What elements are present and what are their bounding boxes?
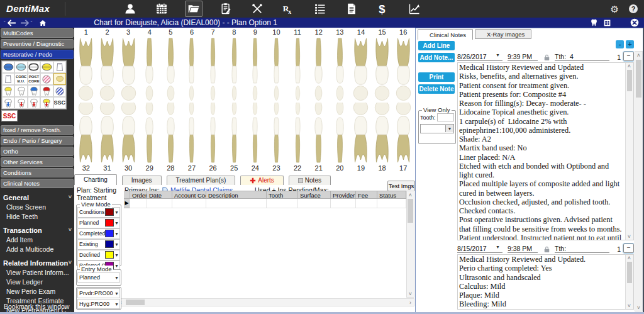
scroll-up-icon[interactable]: ˄ — [626, 255, 633, 261]
note-scrollbar[interactable]: ˄˅ — [625, 255, 633, 309]
category-conditions[interactable]: Conditions — [1, 168, 74, 177]
tooth-11[interactable]: 11 — [287, 28, 308, 102]
tooth-20[interactable]: 20 — [330, 103, 351, 172]
palette-tooth-white-icon[interactable] — [14, 85, 27, 97]
note-date-select[interactable]: 8/15/2017▼ — [457, 245, 502, 253]
palette-tooth-arrow-blue-icon[interactable] — [2, 97, 14, 109]
empty-cell[interactable] — [130, 199, 147, 208]
collapse-note-button[interactable]: – — [623, 52, 634, 61]
documents-icon[interactable] — [343, 1, 360, 16]
tooth-8[interactable]: 8 — [223, 28, 245, 102]
view-mode-declined[interactable]: Declined▼ — [77, 250, 120, 261]
sidebar-item-hide-teeth[interactable]: Hide Teeth — [0, 211, 74, 221]
view-mode-existing[interactable]: Existing▼ — [77, 239, 120, 250]
tooth-25[interactable]: 25 — [223, 103, 245, 172]
font-larger-button[interactable]: + — [626, 40, 634, 48]
tooth-1[interactable]: 1 — [75, 28, 97, 102]
note-text[interactable]: Medical History Reviewed and Updated Ris… — [458, 63, 633, 240]
sidebar-item-view-patient-inform[interactable]: View Patient Inform... — [0, 267, 74, 277]
hygienist-select[interactable]: Hyg:PRO00▼ — [77, 299, 120, 309]
tooth-chart-icon[interactable] — [591, 18, 599, 27]
palette-ssc-small[interactable]: SSC — [53, 97, 66, 109]
palette-inlay-yellow-icon[interactable] — [53, 73, 66, 85]
tooth-15[interactable]: 15 — [372, 28, 393, 102]
view-only-tooth-select[interactable]: ▼ — [420, 124, 454, 133]
scroll-down-icon[interactable]: ˅ — [635, 304, 642, 311]
column-header-date[interactable]: Date — [147, 191, 172, 199]
note-time-field[interactable]: 9:39 PM — [508, 53, 538, 61]
bookmark-window-link[interactable]: Bookmark this window — [0, 303, 78, 310]
empty-cell[interactable] — [377, 199, 406, 208]
scroll-down-icon[interactable]: ˅ — [407, 290, 414, 297]
xray-film-icon[interactable] — [603, 19, 611, 27]
collapse-note-button[interactable]: – — [623, 244, 634, 253]
empty-cell[interactable] — [172, 199, 206, 208]
category-other-services[interactable]: Other Services — [1, 157, 74, 167]
tooth-6[interactable]: 6 — [181, 28, 203, 102]
statements-icon[interactable] — [312, 1, 328, 16]
tab-charting[interactable]: Charting — [74, 174, 117, 185]
category-ortho[interactable]: Ortho — [1, 147, 74, 156]
tab-x-ray-images[interactable]: X-Ray Images — [475, 29, 531, 39]
tab-notes[interactable]: Notes — [289, 176, 331, 185]
palette-crown-lightblue-icon[interactable] — [14, 61, 27, 73]
empty-cell[interactable] — [206, 199, 267, 208]
tooth-27[interactable]: 27 — [181, 103, 203, 172]
category-fixed-remove-prosth[interactable]: fixed / remove Prosth. — [1, 125, 74, 135]
sidebar-item-add-item[interactable]: Add Item — [0, 235, 74, 244]
add-line-button[interactable]: Add Line — [418, 41, 455, 50]
forward-history-chevron-icon[interactable]: ˘ — [31, 20, 33, 26]
tooth-16[interactable]: 16 — [392, 28, 414, 102]
column-header-description[interactable]: Description — [206, 191, 267, 199]
entry-mode-select[interactable]: Planned▼ — [77, 272, 120, 283]
ssc-button[interactable]: SSC — [1, 110, 18, 121]
category-preventive-diagnostic[interactable]: Preventive / Diagnostic — [1, 39, 74, 48]
tooth-7[interactable]: 7 — [203, 28, 224, 102]
tooth-28[interactable]: 28 — [160, 103, 182, 172]
scroll-right-icon[interactable]: › — [407, 299, 414, 306]
palette-tooth-yellow-icon[interactable] — [2, 85, 14, 97]
palette-tooth-arrow-red-2-icon[interactable] — [28, 97, 40, 109]
empty-cell[interactable] — [331, 199, 356, 208]
tooth-14[interactable]: 14 — [350, 28, 372, 102]
scroll-down-icon[interactable]: ˅ — [626, 233, 633, 240]
palette-core-buildup[interactable]: CORE B.U. — [14, 73, 27, 85]
tooth-10[interactable]: 10 — [266, 28, 287, 102]
empty-cell[interactable] — [298, 199, 331, 208]
tooth-2[interactable]: 2 — [97, 28, 118, 102]
tooth-32[interactable]: 32 — [75, 103, 97, 172]
empty-cell[interactable] — [356, 199, 377, 208]
palette-tooth-red-icon[interactable] — [40, 85, 53, 97]
view-mode-conditions[interactable]: Conditions▼ — [77, 207, 120, 218]
tooth-3[interactable]: 3 — [118, 28, 139, 102]
column-header-provider[interactable]: Provider — [331, 191, 356, 199]
tooth-17[interactable]: 17 — [392, 103, 414, 172]
sidebar-item-new-perio-exam[interactable]: New Perio Exam — [0, 286, 74, 296]
tooth-4[interactable]: 4 — [139, 28, 160, 102]
chevron-down-icon[interactable]: ▼ — [445, 125, 453, 132]
provider-select[interactable]: Prvdr:PRO00▼ — [77, 288, 120, 298]
palette-veneer-white-icon[interactable] — [2, 73, 14, 85]
note-text[interactable]: Medical History Reviewed and Updated. Pe… — [458, 255, 633, 309]
patients-icon[interactable] — [122, 1, 138, 16]
column-header-tooth[interactable]: Tooth — [267, 191, 298, 199]
view-mode-planned[interactable]: Planned▼ — [77, 218, 120, 228]
settings-icon[interactable]: ⚙ — [611, 4, 619, 14]
note-tooth-field[interactable]: Tth:4 — [555, 53, 609, 61]
palette-tooth-yellow-arrow-red-icon[interactable] — [40, 97, 53, 109]
note-tooth-field[interactable]: Tth: — [555, 245, 609, 253]
tooth-24[interactable]: 24 — [245, 103, 266, 172]
sidebar-item-add-a-multicode[interactable]: Add a Multicode — [0, 244, 74, 254]
tab-alerts[interactable]: Alerts — [240, 176, 284, 185]
tooth-18[interactable]: 18 — [372, 103, 393, 172]
back-history-chevron-icon[interactable]: ˘ — [4, 20, 6, 26]
tooth-26[interactable]: 26 — [203, 103, 224, 172]
column-header-fee[interactable]: Fee — [356, 191, 377, 199]
scroll-up-icon[interactable]: ˄ — [635, 52, 642, 59]
section-header-transaction[interactable]: Transaction˅ — [0, 226, 74, 235]
tooth-31[interactable]: 31 — [97, 103, 118, 172]
schedule-icon[interactable] — [153, 1, 170, 16]
note-time-field[interactable]: 9:38 PM — [508, 245, 538, 253]
empty-cell[interactable] — [147, 199, 172, 208]
section-header-related-information[interactable]: Related Information˅ — [0, 259, 74, 267]
